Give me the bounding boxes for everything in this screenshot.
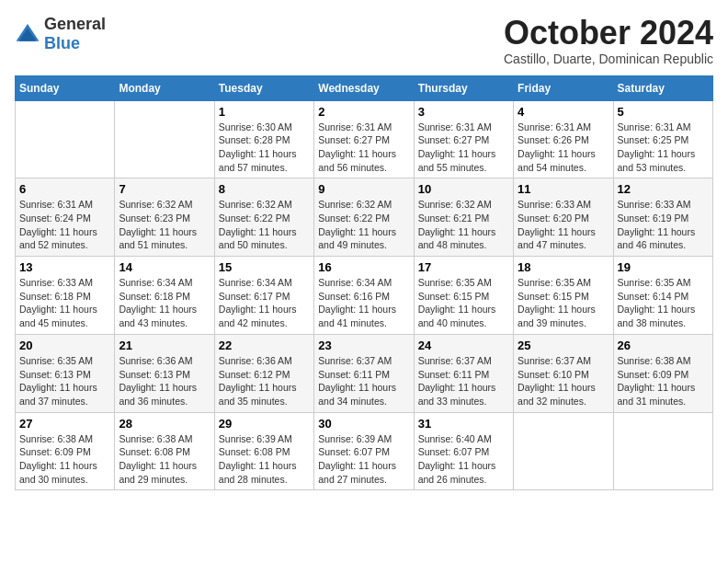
calendar-cell: 8Sunrise: 6:32 AMSunset: 6:22 PMDaylight… [214, 178, 313, 257]
day-number: 9 [318, 182, 409, 196]
calendar-cell: 28Sunrise: 6:38 AMSunset: 6:08 PMDayligh… [115, 412, 214, 490]
day-info: Sunrise: 6:34 AMSunset: 6:16 PMDaylight:… [318, 276, 409, 330]
day-number: 21 [119, 339, 210, 352]
day-number: 15 [219, 260, 310, 274]
calendar-cell [613, 412, 712, 490]
day-number: 8 [219, 182, 310, 196]
weekday-header-row: SundayMondayTuesdayWednesdayThursdayFrid… [16, 75, 713, 100]
day-info: Sunrise: 6:37 AMSunset: 6:11 PMDaylight:… [318, 354, 409, 408]
day-number: 16 [318, 260, 409, 274]
day-number: 1 [219, 105, 310, 119]
day-number: 24 [418, 339, 509, 352]
day-info: Sunrise: 6:37 AMSunset: 6:10 PMDaylight:… [518, 354, 609, 408]
day-number: 28 [119, 417, 210, 431]
week-row-2: 6Sunrise: 6:31 AMSunset: 6:24 PMDaylight… [16, 178, 713, 257]
calendar-cell: 24Sunrise: 6:37 AMSunset: 6:11 PMDayligh… [414, 334, 513, 412]
calendar-cell: 25Sunrise: 6:37 AMSunset: 6:10 PMDayligh… [514, 334, 613, 412]
calendar-cell [16, 100, 115, 178]
calendar-cell: 2Sunrise: 6:31 AMSunset: 6:27 PMDaylight… [314, 100, 414, 178]
day-number: 18 [518, 260, 609, 274]
calendar-location: Castillo, Duarte, Dominican Republic [504, 52, 713, 66]
calendar-cell: 30Sunrise: 6:39 AMSunset: 6:07 PMDayligh… [314, 412, 414, 490]
calendar-cell: 19Sunrise: 6:35 AMSunset: 6:14 PMDayligh… [613, 257, 712, 335]
calendar-cell: 11Sunrise: 6:33 AMSunset: 6:20 PMDayligh… [514, 178, 613, 257]
day-number: 17 [418, 260, 509, 274]
week-row-1: 1Sunrise: 6:30 AMSunset: 6:28 PMDaylight… [16, 100, 713, 178]
day-number: 11 [518, 182, 609, 196]
day-info: Sunrise: 6:31 AMSunset: 6:27 PMDaylight:… [418, 121, 509, 175]
day-number: 29 [219, 417, 310, 431]
day-number: 5 [618, 105, 709, 119]
logo-icon [15, 21, 40, 47]
day-number: 27 [19, 417, 110, 431]
day-number: 12 [618, 182, 709, 196]
weekday-header-sunday: Sunday [16, 75, 115, 100]
day-number: 10 [418, 182, 509, 196]
day-number: 22 [219, 339, 310, 352]
page-header: General Blue October 2024 Castillo, Duar… [15, 15, 713, 66]
calendar-cell: 26Sunrise: 6:38 AMSunset: 6:09 PMDayligh… [613, 334, 712, 412]
day-info: Sunrise: 6:35 AMSunset: 6:14 PMDaylight:… [618, 276, 709, 330]
day-info: Sunrise: 6:32 AMSunset: 6:22 PMDaylight:… [219, 198, 310, 252]
day-number: 26 [618, 339, 709, 352]
calendar-cell: 6Sunrise: 6:31 AMSunset: 6:24 PMDaylight… [16, 178, 115, 257]
logo-blue: Blue [44, 34, 80, 52]
calendar-cell: 17Sunrise: 6:35 AMSunset: 6:15 PMDayligh… [414, 257, 513, 335]
calendar-cell: 9Sunrise: 6:32 AMSunset: 6:22 PMDaylight… [314, 178, 414, 257]
day-info: Sunrise: 6:38 AMSunset: 6:09 PMDaylight:… [19, 432, 110, 487]
day-number: 14 [119, 260, 210, 274]
week-row-4: 20Sunrise: 6:35 AMSunset: 6:13 PMDayligh… [16, 334, 713, 412]
logo: General Blue [15, 15, 106, 53]
logo-general: General [44, 15, 106, 33]
day-info: Sunrise: 6:32 AMSunset: 6:23 PMDaylight:… [119, 198, 210, 252]
calendar-cell: 1Sunrise: 6:30 AMSunset: 6:28 PMDaylight… [214, 100, 313, 178]
calendar-cell: 15Sunrise: 6:34 AMSunset: 6:17 PMDayligh… [214, 257, 313, 335]
calendar-cell: 5Sunrise: 6:31 AMSunset: 6:25 PMDaylight… [613, 100, 712, 178]
calendar-cell: 16Sunrise: 6:34 AMSunset: 6:16 PMDayligh… [314, 257, 414, 335]
day-info: Sunrise: 6:36 AMSunset: 6:12 PMDaylight:… [219, 354, 310, 408]
day-info: Sunrise: 6:33 AMSunset: 6:18 PMDaylight:… [19, 276, 110, 330]
day-number: 13 [19, 260, 110, 274]
day-info: Sunrise: 6:32 AMSunset: 6:22 PMDaylight:… [318, 198, 409, 252]
calendar-cell: 4Sunrise: 6:31 AMSunset: 6:26 PMDaylight… [514, 100, 613, 178]
day-number: 4 [518, 105, 609, 119]
calendar-cell: 12Sunrise: 6:33 AMSunset: 6:19 PMDayligh… [613, 178, 712, 257]
title-block: October 2024 Castillo, Duarte, Dominican… [504, 15, 713, 66]
calendar-cell: 20Sunrise: 6:35 AMSunset: 6:13 PMDayligh… [16, 334, 115, 412]
calendar-cell: 18Sunrise: 6:35 AMSunset: 6:15 PMDayligh… [514, 257, 613, 335]
day-number: 6 [19, 182, 110, 196]
day-info: Sunrise: 6:33 AMSunset: 6:20 PMDaylight:… [518, 198, 609, 252]
calendar-cell [514, 412, 613, 490]
day-number: 30 [318, 417, 409, 431]
calendar-title: October 2024 [504, 15, 713, 52]
weekday-header-thursday: Thursday [414, 75, 513, 100]
day-number: 20 [19, 339, 110, 352]
day-info: Sunrise: 6:35 AMSunset: 6:13 PMDaylight:… [19, 354, 110, 408]
calendar-cell: 22Sunrise: 6:36 AMSunset: 6:12 PMDayligh… [214, 334, 313, 412]
day-info: Sunrise: 6:39 AMSunset: 6:07 PMDaylight:… [318, 432, 409, 487]
day-info: Sunrise: 6:35 AMSunset: 6:15 PMDaylight:… [418, 276, 509, 330]
calendar-cell: 23Sunrise: 6:37 AMSunset: 6:11 PMDayligh… [314, 334, 414, 412]
day-info: Sunrise: 6:31 AMSunset: 6:26 PMDaylight:… [518, 121, 609, 175]
weekday-header-saturday: Saturday [613, 75, 712, 100]
day-number: 7 [119, 182, 210, 196]
day-number: 31 [418, 417, 509, 431]
day-number: 23 [318, 339, 409, 352]
day-info: Sunrise: 6:34 AMSunset: 6:18 PMDaylight:… [119, 276, 210, 330]
calendar-cell: 10Sunrise: 6:32 AMSunset: 6:21 PMDayligh… [414, 178, 513, 257]
weekday-header-friday: Friday [514, 75, 613, 100]
calendar-cell: 13Sunrise: 6:33 AMSunset: 6:18 PMDayligh… [16, 257, 115, 335]
day-info: Sunrise: 6:38 AMSunset: 6:08 PMDaylight:… [119, 432, 210, 487]
day-info: Sunrise: 6:30 AMSunset: 6:28 PMDaylight:… [219, 121, 310, 175]
calendar-cell: 27Sunrise: 6:38 AMSunset: 6:09 PMDayligh… [16, 412, 115, 490]
day-info: Sunrise: 6:33 AMSunset: 6:19 PMDaylight:… [618, 198, 709, 252]
calendar-cell: 7Sunrise: 6:32 AMSunset: 6:23 PMDaylight… [115, 178, 214, 257]
weekday-header-tuesday: Tuesday [214, 75, 313, 100]
day-info: Sunrise: 6:36 AMSunset: 6:13 PMDaylight:… [119, 354, 210, 408]
calendar-cell [115, 100, 214, 178]
calendar-cell: 29Sunrise: 6:39 AMSunset: 6:08 PMDayligh… [214, 412, 313, 490]
calendar-cell: 31Sunrise: 6:40 AMSunset: 6:07 PMDayligh… [414, 412, 513, 490]
calendar-cell: 21Sunrise: 6:36 AMSunset: 6:13 PMDayligh… [115, 334, 214, 412]
day-info: Sunrise: 6:40 AMSunset: 6:07 PMDaylight:… [418, 432, 509, 487]
day-info: Sunrise: 6:35 AMSunset: 6:15 PMDaylight:… [518, 276, 609, 330]
